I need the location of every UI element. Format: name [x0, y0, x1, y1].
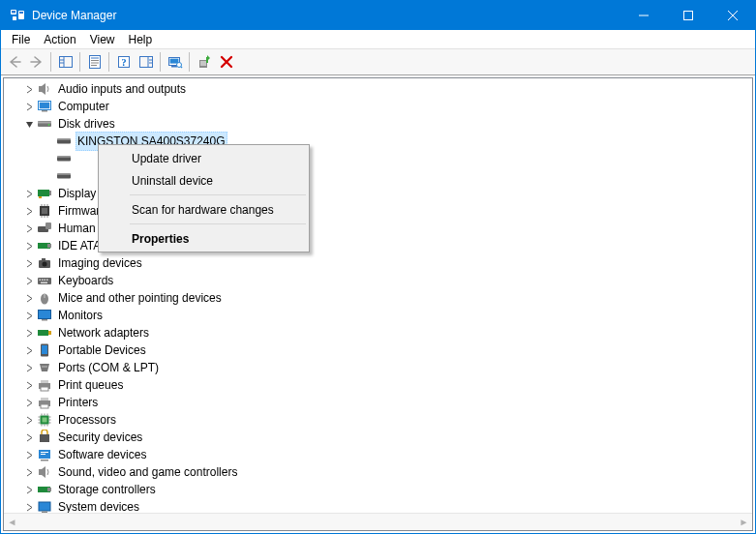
expand-arrow-icon[interactable] — [21, 468, 37, 477]
ctx-separator — [130, 223, 306, 224]
expand-arrow-icon[interactable] — [21, 312, 37, 320]
menu-action[interactable]: Action — [37, 32, 82, 47]
expand-arrow-icon[interactable] — [21, 486, 37, 494]
svg-rect-73 — [42, 345, 47, 354]
window-controls — [621, 1, 755, 30]
expand-arrow-icon[interactable] — [21, 346, 37, 355]
node-sound[interactable]: Sound, video and game controllers — [6, 463, 752, 481]
svg-point-75 — [44, 366, 45, 368]
svg-rect-56 — [47, 244, 51, 248]
disk-drive-icon — [56, 168, 72, 184]
expand-arrow-icon[interactable] — [21, 329, 37, 338]
ctx-update-driver[interactable]: Update driver — [101, 147, 307, 169]
node-label: Printers — [56, 394, 100, 411]
collapse-arrow-icon[interactable] — [21, 120, 37, 129]
node-disk-drives[interactable]: Disk drives — [6, 115, 752, 133]
help-icon[interactable]: ? — [112, 51, 135, 73]
ctx-label: Scan for hardware changes — [132, 203, 274, 217]
node-label: Ports (COM & LPT) — [56, 359, 161, 376]
expand-arrow-icon[interactable] — [21, 364, 37, 372]
svg-rect-54 — [45, 222, 51, 229]
minimize-button[interactable] — [621, 1, 666, 30]
expand-arrow-icon[interactable] — [21, 207, 37, 216]
node-mice[interactable]: Mice and other pointing devices — [6, 289, 752, 307]
node-ports[interactable]: Ports (COM & LPT) — [6, 359, 752, 376]
svg-rect-70 — [38, 330, 48, 336]
node-printq[interactable]: Print queues — [6, 376, 752, 394]
monitor-icon — [37, 308, 52, 323]
context-menu: Update driver Uninstall device Scan for … — [98, 144, 310, 252]
node-security[interactable]: Security devices — [6, 429, 752, 446]
close-button[interactable] — [711, 1, 755, 30]
expand-arrow-icon[interactable] — [21, 416, 37, 425]
back-button[interactable] — [3, 51, 25, 73]
node-network[interactable]: Network adapters — [6, 324, 752, 341]
uninstall-device-button[interactable] — [215, 51, 237, 73]
properties-button[interactable] — [83, 51, 106, 73]
scan-hardware-button[interactable] — [164, 51, 186, 73]
expand-arrow-icon[interactable] — [21, 103, 37, 111]
svg-rect-59 — [42, 258, 45, 260]
node-label: Imaging devices — [56, 254, 144, 272]
node-printers[interactable]: Printers — [6, 394, 752, 411]
svg-rect-79 — [41, 387, 48, 391]
forward-button[interactable] — [25, 51, 47, 73]
svg-rect-101 — [41, 454, 45, 455]
node-system[interactable]: System devices — [6, 498, 752, 513]
menu-view[interactable]: View — [83, 32, 122, 47]
printer-icon — [37, 377, 52, 393]
node-monitors[interactable]: Monitors — [6, 307, 752, 324]
scroll-right-icon: ► — [736, 514, 752, 530]
node-portable[interactable]: Portable Devices — [6, 341, 752, 359]
expand-arrow-icon[interactable] — [21, 277, 37, 285]
software-device-icon — [37, 447, 52, 462]
ctx-label: Update driver — [132, 152, 201, 165]
expand-arrow-icon[interactable] — [21, 294, 37, 303]
expand-arrow-icon[interactable] — [21, 85, 37, 94]
expand-arrow-icon[interactable] — [21, 503, 37, 512]
node-software[interactable]: Software devices — [6, 446, 752, 463]
node-processors[interactable]: Processors — [6, 411, 752, 429]
node-storage[interactable]: Storage controllers — [6, 481, 752, 498]
expand-arrow-icon[interactable] — [21, 224, 37, 233]
node-label: Portable Devices — [56, 341, 148, 359]
svg-rect-78 — [41, 380, 48, 383]
node-imaging[interactable]: Imaging devices — [6, 254, 752, 272]
svg-rect-41 — [57, 174, 71, 176]
menu-file[interactable]: File — [5, 32, 37, 47]
node-computer[interactable]: Computer — [6, 98, 752, 115]
expand-arrow-icon[interactable] — [21, 190, 37, 198]
expand-arrow-icon[interactable] — [21, 451, 37, 460]
node-label: Storage controllers — [56, 481, 158, 498]
svg-rect-100 — [41, 452, 48, 453]
svg-point-74 — [42, 366, 44, 368]
expand-arrow-icon[interactable] — [21, 242, 37, 251]
maximize-button[interactable] — [666, 1, 711, 30]
ctx-properties[interactable]: Properties — [101, 227, 307, 250]
svg-rect-69 — [42, 319, 47, 321]
svg-rect-62 — [42, 280, 44, 282]
scroll-left-icon: ◄ — [4, 514, 20, 530]
expand-arrow-icon[interactable] — [21, 259, 37, 268]
node-keyboards[interactable]: Keyboards — [6, 272, 752, 289]
expand-arrow-icon[interactable] — [21, 433, 37, 442]
expand-arrow-icon[interactable] — [21, 381, 37, 390]
ctx-uninstall-device[interactable]: Uninstall device — [101, 169, 307, 192]
svg-rect-82 — [41, 404, 48, 408]
menu-help[interactable]: Help — [122, 32, 160, 47]
svg-rect-99 — [41, 460, 48, 461]
ctx-separator — [130, 194, 306, 195]
node-label: Software devices — [56, 446, 148, 463]
svg-rect-63 — [45, 280, 46, 282]
show-hide-tree-button[interactable] — [54, 51, 76, 73]
update-driver-button[interactable] — [193, 51, 215, 73]
svg-rect-1 — [12, 11, 15, 14]
node-audio[interactable]: Audio inputs and outputs — [6, 80, 752, 98]
expand-arrow-icon[interactable] — [21, 399, 37, 407]
action-pane-button[interactable] — [135, 51, 157, 73]
ctx-scan-hardware[interactable]: Scan for hardware changes — [101, 198, 307, 221]
toolbar-separator — [50, 52, 51, 72]
toolbar-separator — [79, 52, 80, 72]
hid-icon — [37, 221, 52, 236]
node-label: Computer — [56, 98, 111, 115]
